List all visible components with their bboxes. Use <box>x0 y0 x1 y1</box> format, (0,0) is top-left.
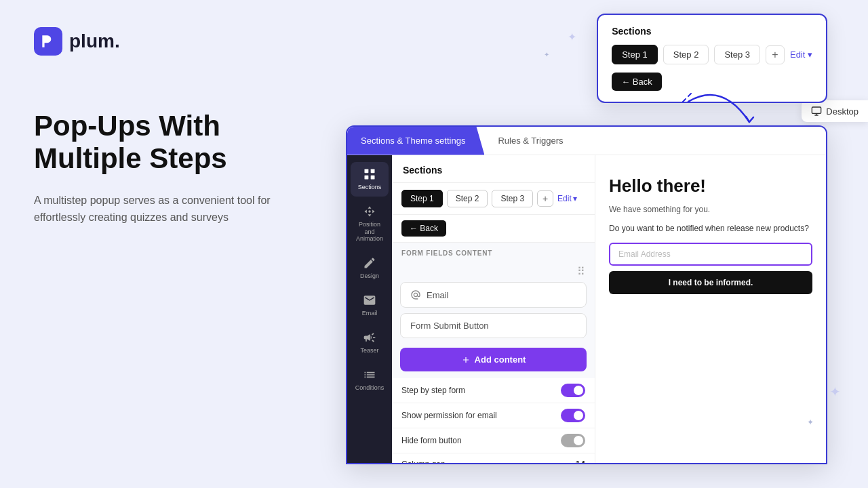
preview-panel: Hello there! We have something for you. … <box>595 155 826 463</box>
drag-handle-icon: ⠿ <box>577 265 585 278</box>
svg-rect-1 <box>365 169 369 174</box>
toggle-step-switch[interactable] <box>561 384 585 397</box>
list-icon <box>363 368 376 382</box>
steps-edit-btn[interactable]: Edit ▾ <box>557 194 577 203</box>
sections-panel-header: Sections <box>392 155 595 183</box>
add-icon <box>461 355 471 365</box>
arrow-decoration <box>682 88 763 142</box>
pen-icon <box>363 256 376 270</box>
drag-handle-row: ⠿ <box>392 262 595 279</box>
move-icon <box>363 205 376 218</box>
sidebar-position-label: Position and Animation <box>355 221 384 243</box>
svg-rect-2 <box>371 169 375 174</box>
at-icon <box>410 289 421 300</box>
svg-rect-0 <box>812 107 821 113</box>
sidebar-design-label: Design <box>360 272 379 280</box>
popup-preview: Hello there! We have something for you. … <box>595 155 826 463</box>
left-panel: plum. Pop-Ups With Multiple Steps A mult… <box>0 0 380 488</box>
step2-btn[interactable]: Step 2 <box>447 190 488 207</box>
center-panel: Sections Step 1 Step 2 Step 3 + Edit ▾ ←… <box>392 155 595 463</box>
toggle-permission-switch[interactable] <box>561 409 585 422</box>
submit-field-item[interactable]: Form Submit Button <box>400 313 587 338</box>
back-btn[interactable]: ← Back <box>401 220 446 237</box>
sidebar-item-conditions[interactable]: Conditions <box>351 363 389 397</box>
desktop-badge[interactable]: Desktop <box>802 100 868 122</box>
logo-icon <box>34 27 62 56</box>
column-gap-row: Column gap 14 <box>392 453 595 463</box>
mail-icon <box>363 293 376 307</box>
sections-card-steps: Step 1 Step 2 Step 3 + Edit ▾ <box>612 45 812 64</box>
editor-body: Sections Position and Animation Design <box>347 155 826 463</box>
sidebar-item-sections[interactable]: Sections <box>351 162 389 197</box>
sidebar-item-design[interactable]: Design <box>351 251 389 285</box>
megaphone-icon <box>363 331 376 344</box>
add-content-btn[interactable]: Add content <box>400 348 587 371</box>
deco-star-4: ✦ <box>807 418 814 427</box>
sidebar-icons: Sections Position and Animation Design <box>347 155 392 463</box>
logo: plum. <box>34 27 346 56</box>
svg-rect-4 <box>371 176 375 180</box>
page-headline: Pop-Ups With Multiple Steps <box>34 110 332 176</box>
popup-email-input[interactable]: Email Address <box>609 243 812 266</box>
toggle-hide-form: Hide form button <box>392 428 595 453</box>
plum-logo-svg <box>39 33 57 50</box>
tab-sections-theme[interactable]: Sections & Theme settings <box>347 127 484 155</box>
svg-rect-3 <box>365 176 369 180</box>
email-field-item[interactable]: Email <box>400 282 587 308</box>
sidebar-email-label: Email <box>362 310 378 317</box>
steps-plus-btn[interactable]: + <box>537 190 553 207</box>
sections-steps-row: Step 1 Step 2 Step 3 + Edit ▾ <box>392 183 595 215</box>
floating-step1-btn[interactable]: Step 1 <box>612 45 658 64</box>
deco-star-1: ✦ <box>568 30 576 43</box>
popup-subtext: We have something for you. <box>609 203 812 216</box>
deco-star-2: ✦ <box>544 51 549 58</box>
svg-point-5 <box>368 210 370 212</box>
sidebar-item-teaser[interactable]: Teaser <box>351 325 389 360</box>
floating-step2-btn[interactable]: Step 2 <box>663 45 709 64</box>
sidebar-item-email[interactable]: Email <box>351 288 389 323</box>
editor-window: Sections & Theme settings Rules & Trigge… <box>346 125 827 464</box>
right-panel: Sections Step 1 Step 2 Step 3 + Edit ▾ ←… <box>339 0 868 488</box>
step3-btn[interactable]: Step 3 <box>492 190 533 207</box>
toggle-hide-switch[interactable] <box>561 434 585 447</box>
desktop-icon <box>811 106 822 117</box>
sidebar-teaser-label: Teaser <box>360 347 378 354</box>
form-fields-header: FORM FIELDS CONTENT <box>392 243 595 262</box>
floating-edit-btn[interactable]: Edit ▾ <box>790 49 812 60</box>
toggle-show-permission: Show permission for email <box>392 403 595 428</box>
floating-plus-btn[interactable]: + <box>766 45 785 64</box>
toggle-step-by-step: Step by step form <box>392 378 595 403</box>
sidebar-conditions-label: Conditions <box>355 384 384 392</box>
tab-rules-triggers[interactable]: Rules & Triggers <box>484 127 576 155</box>
deco-star-3: ✦ <box>829 384 841 400</box>
popup-hello: Hello there! <box>609 176 812 197</box>
sidebar-item-position[interactable]: Position and Animation <box>351 199 389 248</box>
popup-question: Do you want to be notified when release … <box>609 222 812 235</box>
floating-step3-btn[interactable]: Step 3 <box>714 45 760 64</box>
page-subtext: A multistep popup serves as a convenient… <box>34 192 292 226</box>
sections-card-title: Sections <box>612 26 812 37</box>
step1-btn[interactable]: Step 1 <box>401 190 443 207</box>
sidebar-sections-label: Sections <box>358 184 382 191</box>
logo-text: plum. <box>69 30 120 52</box>
back-row: ← Back <box>392 215 595 243</box>
grid-icon <box>363 167 376 181</box>
popup-submit-btn[interactable]: I need to be informed. <box>609 271 812 294</box>
